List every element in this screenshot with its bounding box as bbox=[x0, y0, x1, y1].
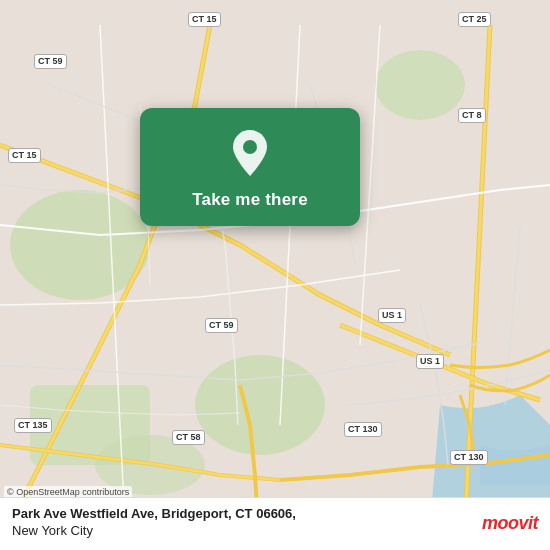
moovit-logo: moovit bbox=[482, 513, 538, 534]
map-background bbox=[0, 0, 550, 550]
moovit-logo-text: moovit bbox=[482, 513, 538, 534]
badge-ct58: CT 58 bbox=[172, 430, 205, 445]
svg-point-2 bbox=[195, 355, 325, 455]
badge-ct15-top: CT 15 bbox=[188, 12, 221, 27]
badge-ct15-left: CT 15 bbox=[8, 148, 41, 163]
take-me-there-button[interactable]: Take me there bbox=[192, 190, 308, 210]
popup-card: Take me there bbox=[140, 108, 360, 226]
address-line1: Park Ave Westfield Ave, Bridgeport, CT 0… bbox=[12, 506, 482, 523]
osm-attribution: © OpenStreetMap contributors bbox=[4, 486, 132, 498]
address-block: Park Ave Westfield Ave, Bridgeport, CT 0… bbox=[12, 506, 482, 540]
badge-ct8: CT 8 bbox=[458, 108, 486, 123]
location-pin-icon bbox=[228, 126, 272, 180]
badge-ct130: CT 130 bbox=[344, 422, 382, 437]
bottom-bar: Park Ave Westfield Ave, Bridgeport, CT 0… bbox=[0, 497, 550, 550]
badge-ct25: CT 25 bbox=[458, 12, 491, 27]
map-container: CT 15 CT 25 CT 8 CT 59 CT 15 CT 59 US 1 … bbox=[0, 0, 550, 550]
badge-ct130-br: CT 130 bbox=[450, 450, 488, 465]
badge-ct135: CT 135 bbox=[14, 418, 52, 433]
badge-us1-bottom: US 1 bbox=[416, 354, 444, 369]
badge-us1-right: US 1 bbox=[378, 308, 406, 323]
address-line2: New York City bbox=[12, 523, 482, 540]
svg-point-6 bbox=[243, 140, 257, 154]
svg-point-3 bbox=[375, 50, 465, 120]
badge-ct59-mid: CT 59 bbox=[205, 318, 238, 333]
badge-ct59-top: CT 59 bbox=[34, 54, 67, 69]
